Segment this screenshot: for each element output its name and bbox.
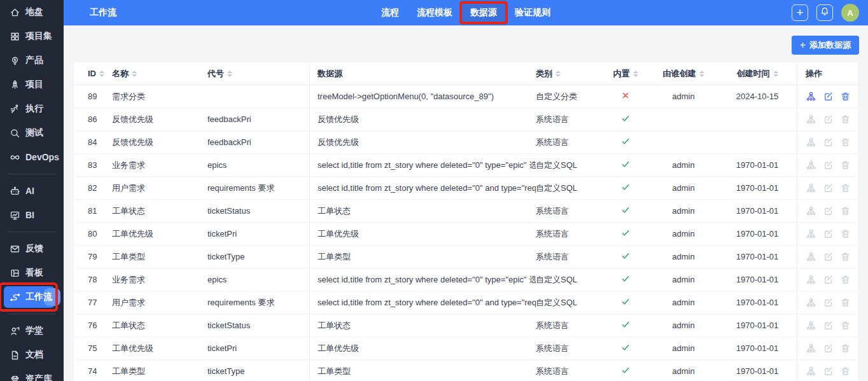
column-header-name[interactable]: 名称 bbox=[112, 62, 207, 85]
cell-id: 89 bbox=[74, 85, 112, 107]
sidebar-item-program[interactable]: 项目集 bbox=[0, 24, 64, 48]
cell-creator: admin bbox=[649, 154, 718, 176]
table-row-79: 79工单类型ticketType工单类型系统语言admin1970-01-01 bbox=[74, 246, 858, 268]
cell-datasource: 工单优先级 bbox=[309, 223, 536, 245]
sidebar-item-ai[interactable]: AI bbox=[0, 179, 64, 203]
relation-action-icon[interactable] bbox=[806, 91, 816, 102]
cell-creator bbox=[649, 108, 718, 130]
cell-code: ticketPri bbox=[207, 337, 309, 359]
tab-datasource[interactable]: 数据源 bbox=[461, 0, 506, 25]
edit-action-icon bbox=[823, 343, 834, 354]
column-header-label: 由谁创建 bbox=[663, 68, 696, 80]
cell-builtin bbox=[602, 108, 649, 130]
edit-action-icon bbox=[823, 274, 834, 285]
cell-datasource: select id,title from zt_story where dele… bbox=[309, 177, 536, 199]
cell-code: ticketStatus bbox=[207, 200, 309, 222]
cell-category: 系统语言 bbox=[536, 223, 602, 245]
cell-builtin bbox=[602, 154, 649, 176]
cell-actions bbox=[797, 131, 858, 153]
column-header-builtin[interactable]: 内置 bbox=[602, 62, 649, 85]
add-datasource-button[interactable]: + 添加数据源 bbox=[792, 36, 859, 55]
cell-id: 84 bbox=[74, 131, 112, 153]
sidebar-item-feedback[interactable]: 反馈 bbox=[0, 237, 64, 261]
sidebar-item-asset[interactable]: 资产库 bbox=[0, 367, 64, 381]
sidebar-item-school[interactable]: 学堂 bbox=[0, 319, 64, 343]
sidebar-item-kanban[interactable]: 看板 bbox=[0, 261, 64, 285]
sidebar-divider bbox=[8, 174, 56, 174]
cell-builtin bbox=[602, 314, 649, 336]
builtin-check-icon bbox=[621, 183, 630, 193]
sidebar-item-label: 学堂 bbox=[25, 325, 43, 336]
sidebar-item-project[interactable]: 项目 bbox=[0, 73, 64, 97]
cell-id: 86 bbox=[74, 108, 112, 130]
sidebar-item-test[interactable]: 测试 bbox=[0, 121, 64, 145]
cell-created: 1970-01-01 bbox=[718, 337, 797, 359]
column-header-created[interactable]: 创建时间 bbox=[718, 62, 797, 85]
run-icon bbox=[10, 104, 20, 114]
table-row-84: 84反馈优先级feedbackPri反馈优先级系统语言 bbox=[74, 131, 858, 154]
tab-validation-rule[interactable]: 验证规则 bbox=[506, 0, 559, 25]
column-header-id[interactable]: ID bbox=[74, 62, 112, 85]
column-header-creator[interactable]: 由谁创建 bbox=[649, 62, 718, 85]
datasource-table: ID名称代号数据源类别内置由谁创建创建时间操作 89需求分类treeModel-… bbox=[74, 62, 858, 381]
sidebar-item-workflow[interactable]: 工作流 bbox=[0, 285, 64, 309]
column-header-actions: 操作 bbox=[797, 62, 858, 85]
table-row-89: 89需求分类treeModel->getOptionMenu(0, "datas… bbox=[74, 85, 858, 108]
sidebar-item-label: BI bbox=[25, 210, 34, 220]
column-header-code[interactable]: 代号 bbox=[207, 62, 309, 85]
sidebar-item-home[interactable]: 地盘 bbox=[0, 0, 64, 24]
cell-name: 工单状态 bbox=[112, 200, 207, 222]
cell-code: epics bbox=[207, 268, 309, 291]
cell-category: 系统语言 bbox=[536, 200, 602, 222]
trash-action-icon bbox=[840, 205, 851, 216]
cell-code: requirements 要求 bbox=[207, 177, 309, 199]
cell-category: 系统语言 bbox=[536, 246, 602, 268]
cell-name: 工单类型 bbox=[112, 246, 207, 268]
mail-icon bbox=[10, 244, 20, 254]
cell-builtin bbox=[602, 360, 649, 381]
board-icon bbox=[10, 268, 20, 279]
cell-creator: admin bbox=[649, 314, 718, 336]
sidebar-item-product[interactable]: 产品 bbox=[0, 48, 64, 73]
cell-category: 系统语言 bbox=[536, 108, 602, 130]
cell-creator: admin bbox=[649, 223, 718, 245]
sidebar-item-label: AI bbox=[25, 186, 34, 196]
builtin-check-icon bbox=[621, 114, 630, 125]
edit-action-icon bbox=[823, 297, 834, 308]
column-header-category[interactable]: 类别 bbox=[536, 62, 602, 85]
notification-button[interactable] bbox=[816, 4, 833, 21]
trash-action-icon[interactable] bbox=[840, 91, 851, 102]
cell-created: 1970-01-01 bbox=[718, 177, 797, 199]
sidebar-item-devops[interactable]: DevOps bbox=[0, 145, 64, 169]
tab-process[interactable]: 流程 bbox=[372, 0, 408, 25]
sidebar-item-doc[interactable]: 文档 bbox=[0, 343, 64, 367]
cell-id: 80 bbox=[74, 223, 112, 245]
trash-action-icon bbox=[840, 274, 851, 285]
cell-category: 系统语言 bbox=[536, 131, 602, 153]
cell-actions bbox=[797, 85, 858, 107]
cell-created: 1970-01-01 bbox=[718, 246, 797, 268]
sidebar-item-label: 工作流 bbox=[25, 291, 52, 303]
cell-builtin bbox=[602, 246, 649, 268]
column-header-label: ID bbox=[88, 69, 96, 78]
quick-create-button[interactable]: + bbox=[792, 4, 808, 21]
cell-created: 1970-01-01 bbox=[718, 154, 797, 176]
sidebar-item-bi[interactable]: BI bbox=[0, 203, 64, 227]
relation-action-icon bbox=[806, 366, 816, 377]
column-header-label: 创建时间 bbox=[737, 68, 770, 80]
column-header-label: 操作 bbox=[806, 68, 822, 80]
column-header-label: 数据源 bbox=[318, 68, 342, 80]
builtin-check-icon bbox=[621, 366, 630, 377]
sidebar-item-label: 产品 bbox=[25, 55, 43, 66]
sidebar-item-execution[interactable]: 执行 bbox=[0, 97, 64, 121]
cell-datasource: 工单类型 bbox=[309, 360, 536, 381]
cell-category: 自定义SQL bbox=[536, 154, 602, 176]
bell-icon bbox=[820, 6, 830, 19]
tab-process-template[interactable]: 流程模板 bbox=[408, 0, 461, 25]
avatar[interactable]: A bbox=[841, 4, 859, 22]
edit-action-icon[interactable] bbox=[823, 91, 834, 102]
workflow-icon bbox=[74, 8, 85, 18]
trash-action-icon bbox=[840, 343, 851, 354]
cell-datasource: 工单类型 bbox=[309, 246, 536, 268]
cell-id: 79 bbox=[74, 246, 112, 268]
